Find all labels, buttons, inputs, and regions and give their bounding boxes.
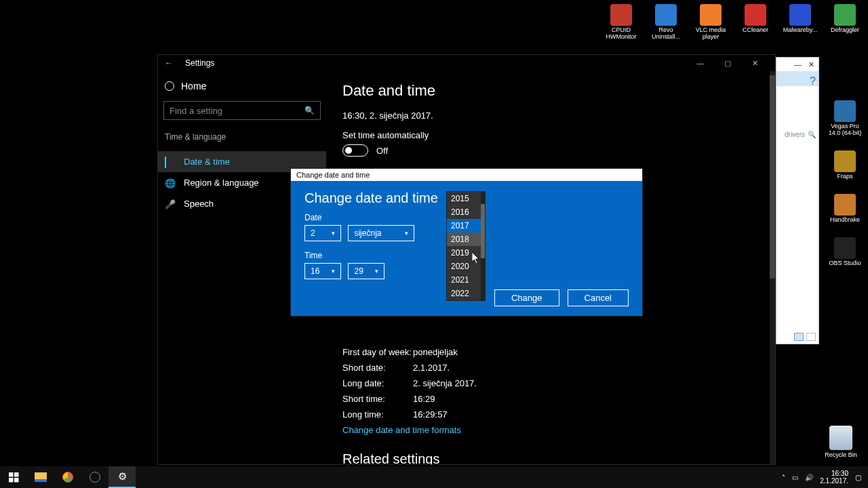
close-icon[interactable]: ✕	[808, 60, 814, 69]
desktop-icons-row: CPUID HWMonitor Revo Uninstall... VLC me…	[604, 4, 863, 41]
close-button[interactable]: ✕	[741, 59, 768, 68]
minimize-icon[interactable]: —	[794, 60, 802, 68]
system-tray[interactable]: ˄ ▭ 🔊 16:30 2.1.2017. ▢	[775, 470, 868, 485]
sidebar-item-label: Date & time	[184, 157, 230, 167]
auto-time-label: Set time automatically	[342, 130, 759, 140]
year-option[interactable]: 2021	[447, 273, 485, 287]
page-title: Date and time	[342, 82, 759, 100]
help-icon[interactable]: ?	[810, 75, 816, 87]
cursor-icon	[472, 252, 480, 264]
chevron-down-icon: ▾	[405, 230, 408, 237]
change-button[interactable]: Change	[494, 289, 559, 306]
search-icon: 🔍	[808, 131, 816, 138]
svg-rect-0	[9, 472, 14, 477]
desktop-shortcut[interactable]: VLC media player	[693, 4, 728, 41]
toggle-state: Off	[376, 146, 388, 156]
cancel-button[interactable]: Cancel	[568, 289, 629, 306]
recycle-bin-label: Recycle Bin	[823, 451, 859, 458]
desktop-shortcut[interactable]: OBS Studio	[827, 237, 863, 267]
tray-volume-icon[interactable]: 🔊	[805, 474, 813, 481]
change-formats-link[interactable]: Change date and time formats	[342, 425, 759, 435]
first-day-label: First day of week:	[342, 347, 413, 357]
taskbar-explorer[interactable]	[27, 466, 54, 488]
home-link[interactable]: Home	[163, 77, 321, 101]
short-time-label: Short time:	[342, 394, 413, 404]
minimize-button[interactable]: —	[687, 59, 714, 67]
year-dropdown-listbox[interactable]: 2015 2016 2017 2018 2019 2020 2021 2022	[446, 191, 486, 301]
svg-rect-3	[14, 478, 19, 483]
sidebar-item-label: Region & language	[184, 178, 259, 188]
desktop-icons-column: Vegas Pro 14.0 (64-bit) Fraps Handbrake …	[827, 100, 863, 266]
gear-icon	[165, 81, 174, 91]
view-icons-icon[interactable]	[806, 333, 816, 341]
related-settings-heading: Related settings	[342, 451, 759, 464]
explorer-window[interactable]: — ✕ ? drivers🔍	[776, 57, 819, 344]
listbox-scrollbar[interactable]	[481, 192, 485, 300]
sidebar-section: Time & language	[163, 129, 321, 151]
short-date-label: Short date:	[342, 363, 413, 373]
year-option[interactable]: 2017	[447, 219, 485, 232]
month-select[interactable]: siječnja▾	[348, 225, 414, 241]
view-details-icon[interactable]	[794, 333, 804, 341]
long-time-value: 16:29:57	[413, 409, 448, 420]
globe-icon: 🌐	[165, 178, 176, 188]
long-date-label: Long date:	[342, 378, 413, 388]
back-icon[interactable]: ←	[165, 58, 173, 68]
desktop-shortcut[interactable]: Revo Uninstall...	[648, 4, 684, 41]
chevron-down-icon: ▾	[332, 268, 335, 274]
day-select[interactable]: 2▾	[304, 225, 341, 241]
taskbar-clock[interactable]: 16:30 2.1.2017.	[820, 470, 848, 485]
taskbar-obs[interactable]	[81, 466, 108, 488]
chevron-down-icon: ▾	[332, 230, 335, 237]
search-placeholder: Find a setting	[170, 106, 222, 116]
clock-icon	[165, 157, 176, 167]
recycle-bin-icon	[829, 426, 852, 450]
tray-chevron-icon[interactable]: ˄	[782, 474, 785, 481]
current-datetime: 16:30, 2. siječnja 2017.	[342, 110, 759, 121]
taskbar: ⚙ ˄ ▭ 🔊 16:30 2.1.2017. ▢	[0, 466, 868, 488]
minute-select[interactable]: 29▾	[348, 263, 384, 279]
recycle-bin[interactable]: Recycle Bin	[823, 426, 859, 458]
year-option[interactable]: 2015	[447, 192, 485, 205]
desktop-shortcut[interactable]: Vegas Pro 14.0 (64-bit)	[827, 100, 863, 137]
long-time-label: Long time:	[342, 409, 413, 420]
svg-rect-2	[9, 478, 14, 483]
taskbar-chrome[interactable]	[54, 466, 81, 488]
desktop-shortcut[interactable]: Handbrake	[827, 194, 863, 224]
year-option[interactable]: 2018	[447, 232, 485, 246]
tray-network-icon[interactable]: ▭	[792, 474, 798, 481]
year-option[interactable]: 2016	[447, 205, 485, 219]
scrollbar[interactable]	[770, 71, 775, 464]
long-date-value: 2. siječnja 2017.	[413, 378, 477, 388]
first-day-value: ponedjeljak	[413, 347, 458, 357]
short-date-value: 2.1.2017.	[413, 363, 450, 373]
window-title: Settings	[185, 58, 214, 68]
sidebar-item-label: Speech	[184, 199, 214, 209]
desktop-shortcut[interactable]: CPUID HWMonitor	[604, 4, 639, 41]
mic-icon: 🎤	[165, 199, 176, 209]
dialog-titlebar[interactable]: Change date and time	[291, 169, 642, 181]
search-input[interactable]: Find a setting 🔍	[163, 101, 321, 120]
hour-select[interactable]: 16▾	[304, 263, 341, 279]
home-label: Home	[181, 81, 206, 92]
titlebar[interactable]: ← Settings — ▢ ✕	[158, 55, 775, 71]
action-center-icon[interactable]: ▢	[855, 474, 861, 481]
year-option[interactable]: 2022	[447, 287, 485, 300]
maximize-button[interactable]: ▢	[714, 59, 741, 68]
svg-rect-1	[14, 472, 19, 477]
auto-time-toggle[interactable]	[342, 144, 368, 157]
taskbar-settings[interactable]: ⚙	[108, 466, 136, 488]
desktop-shortcut[interactable]: Malwareby...	[783, 4, 818, 41]
short-time-value: 16:29	[413, 394, 435, 404]
desktop-shortcut[interactable]: Fraps	[827, 150, 863, 180]
desktop-shortcut[interactable]: CCleaner	[738, 4, 773, 41]
explorer-search-text: drivers	[785, 131, 805, 138]
desktop-shortcut[interactable]: Defraggler	[827, 4, 863, 41]
search-icon: 🔍	[304, 106, 315, 115]
chevron-down-icon: ▾	[375, 268, 378, 274]
start-button[interactable]	[0, 466, 27, 488]
